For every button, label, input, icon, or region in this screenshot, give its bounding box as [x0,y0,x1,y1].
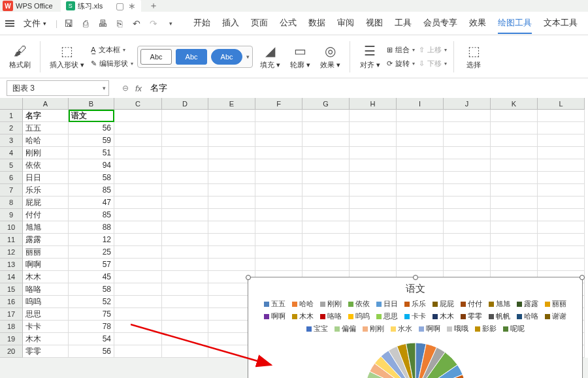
cell[interactable] [162,159,208,172]
cell[interactable] [302,209,350,221]
cell[interactable] [350,159,397,172]
cell[interactable]: 零零 [23,345,69,358]
cell[interactable]: 12 [69,234,114,246]
cell[interactable] [397,197,444,209]
cell[interactable] [208,259,255,271]
cell[interactable] [302,147,350,159]
cell[interactable] [162,333,208,345]
name-box[interactable]: 图表 3 ▾ [7,80,109,96]
cell[interactable]: 57 [69,259,114,271]
cell[interactable] [162,234,208,246]
cell[interactable] [350,246,397,259]
cell[interactable] [491,221,538,234]
cell[interactable] [208,246,255,259]
row-header[interactable]: 4 [0,147,23,159]
cell[interactable] [444,134,491,147]
row-header[interactable]: 12 [0,246,23,259]
cell[interactable] [208,122,255,134]
cell[interactable] [538,172,585,184]
cell[interactable] [208,197,255,209]
column-header[interactable]: G [302,98,350,110]
zoom-out-icon[interactable]: ⊖ [122,84,129,93]
column-header[interactable]: J [444,98,491,110]
cell[interactable] [162,308,208,321]
row-header[interactable]: 10 [0,221,23,234]
cell[interactable]: 59 [69,134,114,147]
resize-handle[interactable] [580,275,585,280]
cell[interactable]: 乐乐 [23,184,69,197]
group-button[interactable]: ⊞组合▾ [387,45,415,55]
legend-item[interactable]: 刚刚 [320,299,342,309]
row-header[interactable]: 9 [0,209,23,221]
rotate-button[interactable]: ⟳旋转▾ [387,59,415,69]
cell[interactable]: 语文 [69,110,114,122]
cell[interactable]: 木木 [23,271,69,283]
legend-item[interactable]: 咯咯 [320,311,342,321]
cell[interactable]: 51 [69,147,114,159]
cell[interactable]: 咯咯 [23,283,69,296]
cell[interactable] [302,110,350,122]
cell[interactable] [302,197,350,209]
print-preview-icon[interactable]: ⎙ [80,18,91,29]
spreadsheet-grid[interactable]: ABCDEFGHIJKL 1名字语文2五五563哈哈594刚刚515依依946日… [0,98,588,358]
cell[interactable]: 58 [69,283,114,296]
cell[interactable] [491,184,538,197]
cell[interactable] [255,134,302,147]
cell[interactable]: 88 [69,221,114,234]
legend-item[interactable]: 旭旭 [489,299,510,309]
cell[interactable]: 旭旭 [23,221,69,234]
legend-item[interactable]: 零零 [461,311,482,321]
cell[interactable] [397,122,444,134]
cell[interactable] [444,197,491,209]
cell[interactable]: 25 [69,246,114,259]
cell[interactable]: 露露 [23,234,69,246]
cell[interactable] [444,184,491,197]
row-header[interactable]: 7 [0,184,23,197]
cell[interactable] [444,234,491,246]
cell[interactable] [162,209,208,221]
legend-item[interactable]: 谢谢 [545,311,566,321]
cell[interactable] [162,122,208,134]
cell[interactable]: 思思 [23,308,69,321]
cell[interactable] [444,209,491,221]
legend-item[interactable]: 卡卡 [404,311,426,321]
column-header[interactable]: B [69,98,114,110]
column-header[interactable]: A [23,98,69,110]
cell[interactable] [255,221,302,234]
cell[interactable] [114,271,162,283]
cell[interactable] [255,234,302,246]
ribbon-tab[interactable]: 视图 [366,13,383,34]
cell[interactable] [491,246,538,259]
cell[interactable] [208,209,255,221]
cell[interactable] [114,308,162,321]
move-up-button[interactable]: ⇧上移▾ [419,45,447,55]
cell[interactable] [302,234,350,246]
cell[interactable] [302,172,350,184]
column-header[interactable]: E [208,98,255,110]
cell[interactable]: 名字 [23,110,69,122]
cell[interactable] [538,259,585,271]
move-down-button[interactable]: ⇩下移▾ [419,59,447,69]
legend-item[interactable]: 思思 [376,311,398,321]
cell[interactable] [162,172,208,184]
column-header[interactable]: D [162,98,208,110]
cell[interactable]: 五五 [23,122,69,134]
cell[interactable] [255,110,302,122]
ribbon-tab[interactable]: 文本工具 [544,13,578,34]
column-header[interactable]: K [491,98,538,110]
cell[interactable] [538,209,585,221]
ribbon-tab[interactable]: 绘图工具 [498,13,532,34]
cell[interactable] [114,259,162,271]
cell[interactable] [208,134,255,147]
column-header[interactable]: H [350,98,397,110]
cell[interactable] [538,221,585,234]
cell[interactable] [491,134,538,147]
resize-handle[interactable] [413,275,418,280]
print-icon[interactable]: 🖶 [97,18,108,29]
cell[interactable] [350,172,397,184]
redo-icon[interactable]: ↷ [148,18,159,29]
cell[interactable] [255,184,302,197]
legend-item[interactable]: 水水 [391,324,412,334]
cell[interactable]: 啊啊 [23,259,69,271]
select-button[interactable]: ⬚ 选择 [461,42,487,71]
